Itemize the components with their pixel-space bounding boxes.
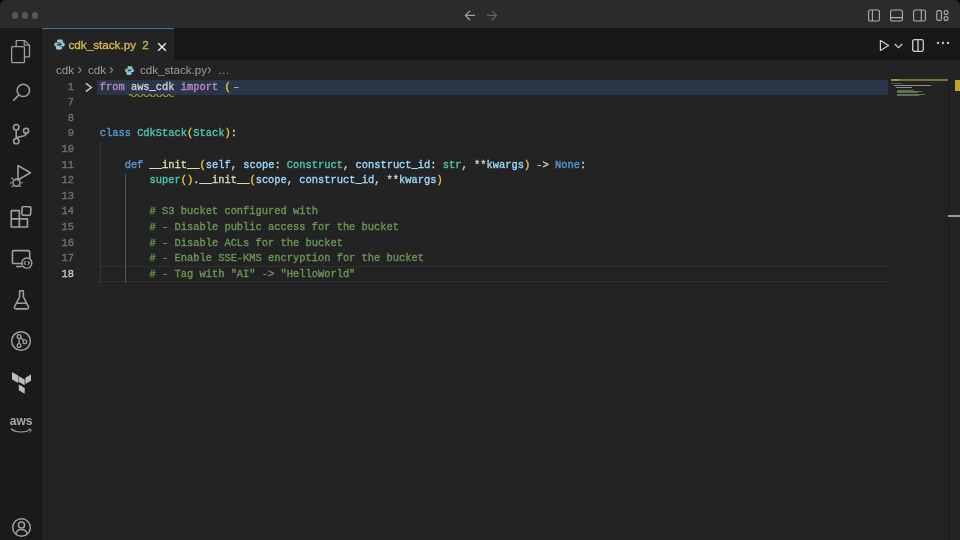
svg-text:aws: aws <box>10 414 33 428</box>
